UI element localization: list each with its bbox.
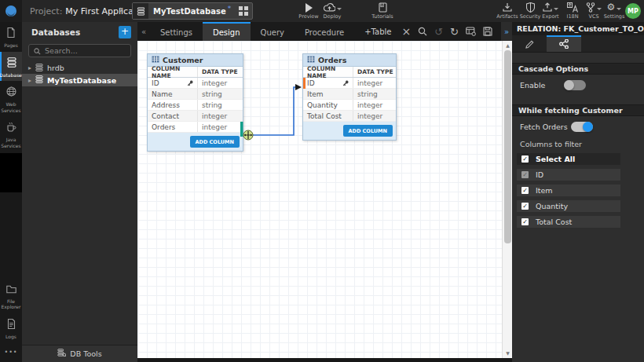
er-row-total-cost[interactable]: Total Cost integer: [303, 111, 396, 122]
column-name: Quantity: [307, 101, 338, 109]
tab-procedure[interactable]: Procedure: [295, 22, 354, 41]
sidebar-item-label: Web Services: [0, 101, 22, 113]
tree-item-label: hrdb: [47, 64, 64, 72]
update-database-icon[interactable]: [466, 27, 476, 36]
action-label: Preview: [298, 13, 318, 20]
checkbox-checked-icon[interactable]: ✓: [521, 187, 529, 194]
databases-panel-header: Databases +: [22, 22, 137, 42]
canvas-scrollbar[interactable]: ▲ ▼: [502, 41, 512, 358]
col-header-name: COLUMN NAME: [148, 67, 197, 77]
checkbox-disabled-icon: ✓: [521, 171, 529, 178]
undo-icon[interactable]: ↺: [434, 27, 443, 37]
tutorials-button[interactable]: Tutorials: [369, 2, 396, 20]
table-icon: [307, 56, 315, 64]
grid-view-icon[interactable]: [239, 6, 248, 16]
action-label: Artifacts: [496, 13, 518, 20]
sidebar-item-databases[interactable]: Databases: [0, 52, 22, 82]
add-table-button[interactable]: +Table: [364, 27, 391, 36]
database-icon: [35, 75, 43, 85]
add-column-button[interactable]: ADD COLUMN: [190, 136, 240, 148]
caret-right-icon[interactable]: ▸: [28, 77, 31, 84]
primary-key-icon: [342, 80, 349, 88]
tree-item-hrdb[interactable]: ▸ hrdb: [22, 62, 137, 74]
fetch-toggle[interactable]: [571, 122, 593, 132]
filter-row-id[interactable]: ✓ ID: [517, 169, 620, 181]
checkbox-checked-icon[interactable]: ✓: [521, 203, 529, 210]
er-row-name[interactable]: Name string: [148, 89, 243, 100]
tab-query[interactable]: Query: [251, 22, 295, 41]
filter-row-total-cost[interactable]: ✓ Total Cost: [517, 216, 620, 228]
preview-button[interactable]: Preview: [295, 2, 322, 20]
tree-item-mytestdatabase[interactable]: ▸ MyTestDatabase: [22, 74, 137, 86]
tab-settings[interactable]: Settings: [150, 22, 203, 41]
workspace-tab-mytestdatabase[interactable]: MyTestDatabase *: [132, 2, 253, 20]
share-relation-icon: [559, 37, 569, 52]
tab-relation-fetch[interactable]: [547, 35, 581, 52]
add-database-button[interactable]: +: [119, 26, 131, 38]
pencil-icon: [525, 37, 534, 52]
search-icon[interactable]: [418, 27, 427, 36]
er-row-contact[interactable]: Contact integer: [148, 111, 243, 122]
checkbox-checked-icon[interactable]: ✓: [521, 155, 529, 163]
checkbox-checked-icon[interactable]: ✓: [521, 218, 529, 225]
left-icon-sidebar: Pages Databases Web Services Java Servic…: [0, 22, 22, 362]
er-row-item[interactable]: Item string: [303, 89, 396, 100]
scrollbar-thumb[interactable]: [504, 50, 511, 243]
deploy-button[interactable]: Deploy: [319, 2, 346, 20]
app-logo[interactable]: [0, 0, 22, 22]
er-row-id[interactable]: ID integer: [303, 78, 396, 89]
er-row-quantity[interactable]: Quantity integer: [303, 100, 396, 111]
er-row-orders[interactable]: Orders integer: [148, 122, 243, 133]
delete-icon[interactable]: ×: [401, 26, 411, 37]
er-diagram-canvas[interactable]: Customer COLUMN NAME DATA TYPE ID intege…: [137, 41, 512, 358]
filter-row-item[interactable]: ✓ Item: [517, 185, 620, 196]
er-row-address[interactable]: Address string: [148, 100, 243, 111]
sidebar-item-file-explorer[interactable]: File Explorer: [0, 278, 22, 313]
gear-icon: ⚙: [607, 2, 622, 13]
sidebar-item-web-services[interactable]: Web Services: [0, 81, 22, 116]
column-name: ID: [152, 79, 159, 87]
tab-design[interactable]: Design: [203, 22, 251, 41]
sidebar-item-logs[interactable]: Logs: [0, 313, 22, 343]
filter-row-quantity[interactable]: ✓ Quantity: [517, 200, 620, 212]
tab-edit-relation[interactable]: [512, 35, 547, 52]
caret-down-icon: [617, 8, 621, 10]
database-search[interactable]: [28, 44, 131, 57]
add-column-button[interactable]: ADD COLUMN: [343, 125, 393, 137]
relation-panel-title: RELATION: FK_Customer_TO_Orders_O...: [512, 22, 644, 35]
er-row-id[interactable]: ID integer: [148, 78, 243, 89]
page-icon: [6, 26, 16, 41]
branch-icon: [586, 2, 602, 13]
er-table-orders[interactable]: Orders COLUMN NAME DATA TYPE ID integer …: [302, 53, 397, 141]
more-options-icon[interactable]: •••: [4, 349, 17, 356]
er-table-customer[interactable]: Customer COLUMN NAME DATA TYPE ID intege…: [147, 53, 243, 152]
scroll-down-icon[interactable]: ▼: [503, 349, 512, 358]
sidebar-item-pages[interactable]: Pages: [0, 22, 22, 52]
toggle-knob: [564, 80, 574, 90]
tree-item-label: MyTestDatabase: [47, 76, 116, 85]
column-name: ID: [307, 79, 315, 87]
action-label: Deploy: [324, 13, 342, 20]
scroll-up-icon[interactable]: ▲: [503, 41, 512, 50]
settings-button[interactable]: ⚙ Settings: [601, 2, 628, 20]
user-avatar[interactable]: MP: [625, 3, 641, 19]
columns-to-filter-label: Columns to filter: [512, 137, 644, 153]
caret-down-icon: [554, 8, 558, 10]
expand-right-panel-icon[interactable]: »: [501, 22, 512, 41]
save-icon[interactable]: [483, 27, 492, 36]
collapse-panel-icon[interactable]: «: [137, 22, 150, 41]
col-header-name: COLUMN NAME: [303, 67, 353, 77]
db-tools-button[interactable]: DB Tools: [22, 345, 137, 362]
enable-toggle[interactable]: [564, 80, 586, 90]
column-type: integer: [353, 111, 396, 121]
action-label: VCS: [588, 13, 598, 20]
search-input[interactable]: [45, 46, 123, 55]
column-type: integer: [197, 122, 243, 132]
relation-drag-handle[interactable]: [243, 130, 253, 140]
redo-icon[interactable]: ↻: [450, 27, 459, 37]
filter-row-select-all[interactable]: ✓ Select All: [517, 153, 620, 165]
caret-right-icon[interactable]: ▸: [28, 64, 31, 71]
filter-label: Total Cost: [536, 218, 572, 226]
book-icon: [379, 2, 387, 13]
sidebar-item-java-services[interactable]: Java Services: [0, 116, 22, 152]
